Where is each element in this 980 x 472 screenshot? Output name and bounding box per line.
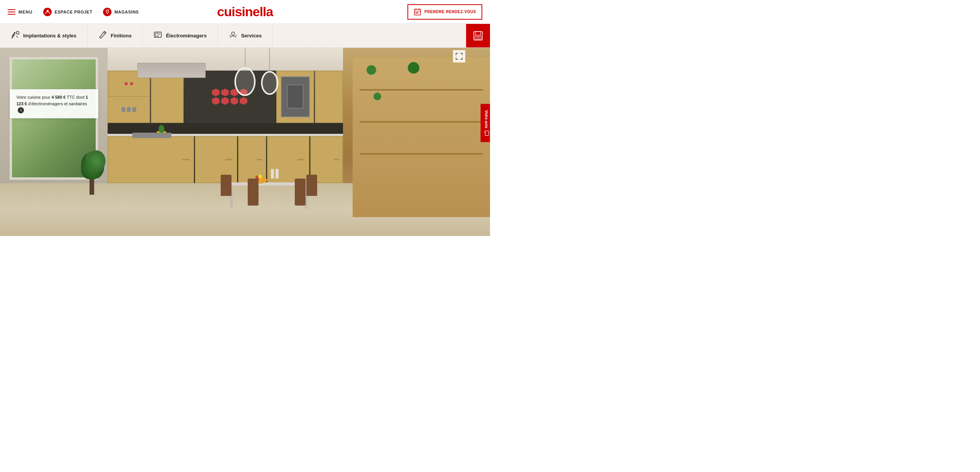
svg-rect-20 [485,131,488,136]
svg-rect-2 [414,9,421,15]
dining-area [221,175,317,221]
navigation-bar: Implantations & styles Finitions Électro… [0,24,490,48]
tab-implantations-label: Implantations & styles [23,33,76,39]
hanging-lamp-2 [261,48,278,95]
location-icon [103,8,112,16]
svg-rect-17 [475,32,481,35]
tab-finitions-label: Finitions [111,33,132,39]
implantations-icon [11,30,19,41]
menu-button[interactable]: MENU [8,9,32,15]
svg-point-15 [231,32,235,35]
price-suffix: d'électroménagers et sanitaires [28,101,87,106]
price-intro: Votre cuisine pour [16,95,50,99]
svg-rect-19 [476,37,480,39]
svg-rect-7 [417,12,418,13]
svg-rect-6 [416,12,417,13]
price-box: Votre cuisine pour 4 580 € TTC dont 1 12… [10,89,98,118]
services-icon [229,30,237,41]
upper-cabinets [108,71,343,123]
espace-projet-button[interactable]: ESPACE PROJET [43,8,92,16]
svg-rect-12 [155,33,158,36]
votre-avis-tab[interactable]: Votre avis [480,104,490,142]
tab-finitions[interactable]: Finitions [88,24,143,47]
finitions-icon [98,30,107,41]
price-amount: 4 580 € [52,95,66,99]
prendre-rdv-button[interactable]: PRENDRE RENDEZ-VOUS [407,4,482,20]
tab-electromenagers-label: Électroménagers [166,33,207,39]
header: MENU ESPACE PROJET MAGASINS cuisinel [0,0,490,24]
save-icon [473,31,483,41]
magasins-label: MAGASINS [114,10,139,14]
prendre-rdv-label: PRENDRE RENDEZ-VOUS [424,10,476,14]
hanging-lamp [235,48,256,96]
save-button[interactable] [466,24,490,47]
site-logo[interactable]: cuisinella [217,4,273,19]
tab-implantations[interactable]: Implantations & styles [0,24,88,47]
tab-electromenagers[interactable]: Électroménagers [143,24,218,47]
tab-services[interactable]: Services [218,24,273,47]
hamburger-icon [8,9,15,15]
calendar-icon [414,8,421,16]
menu-label: MENU [19,10,32,14]
range-hood [137,63,206,78]
svg-point-0 [47,10,49,12]
user-icon [43,8,52,16]
info-icon[interactable]: i [18,107,24,113]
price-ttc: TTC dont [67,95,84,99]
fullscreen-icon-svg [456,53,463,60]
header-right: PRENDRE RENDEZ-VOUS [407,4,482,20]
sink [132,133,172,138]
main-scene: Votre cuisine pour 4 580 € TTC dont 1 12… [0,48,490,236]
chat-icon [483,131,489,136]
electromenagers-icon [154,30,162,41]
header-left-nav: MENU ESPACE PROJET MAGASINS [8,8,139,16]
espace-projet-label: ESPACE PROJET [54,10,92,14]
plant-large [78,145,105,195]
svg-point-1 [107,10,108,11]
votre-avis-label: Votre avis [484,110,488,128]
tab-services-label: Services [241,33,262,39]
fullscreen-button[interactable] [453,50,465,62]
right-shelving [353,57,490,217]
magasins-button[interactable]: MAGASINS [103,8,139,16]
kitchen-render [0,48,490,236]
